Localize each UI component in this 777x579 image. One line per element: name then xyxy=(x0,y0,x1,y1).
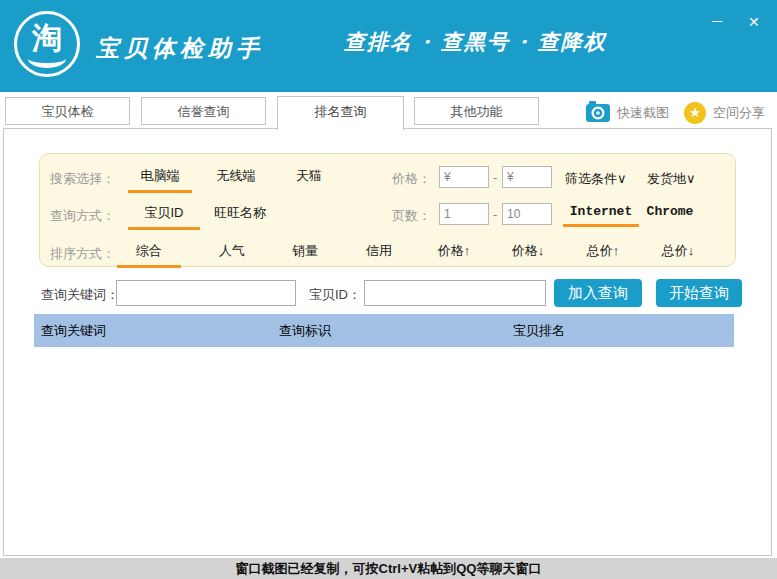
content-area: 搜索选择： 电脑端 无线端 天猫 价格： - 筛选条件∨ 发货地∨ 查询方式： … xyxy=(3,128,772,556)
option-wireless[interactable]: 无线端 xyxy=(204,167,268,190)
item-id-label: 宝贝ID： xyxy=(309,286,361,304)
sort-option-comprehensive[interactable]: 综合 xyxy=(117,242,181,268)
page-from-input[interactable] xyxy=(439,203,489,225)
star-icon: ★ xyxy=(684,102,706,124)
page-range-dash: - xyxy=(493,207,497,222)
column-header-query-mark[interactable]: 查询标识 xyxy=(279,314,331,347)
sort-option-popularity[interactable]: 人气 xyxy=(200,242,264,265)
price-max-input[interactable] xyxy=(502,166,552,188)
close-button[interactable]: ✕ xyxy=(748,15,760,29)
page-to-input[interactable] xyxy=(502,203,552,225)
sort-method-label: 排序方式： xyxy=(50,245,115,263)
price-min-input[interactable] xyxy=(439,166,489,188)
results-table-header: 查询关键词 查询标识 宝贝排名 xyxy=(34,314,734,347)
quick-screenshot-button[interactable]: 快速截图 xyxy=(586,101,669,125)
start-query-button[interactable]: 开始查询 xyxy=(656,279,742,307)
search-select-label: 搜索选择： xyxy=(50,170,115,188)
logo-swoosh-icon xyxy=(28,49,66,68)
app-title: 宝贝体检助手 xyxy=(96,33,264,64)
results-table-body xyxy=(34,347,734,547)
filter-condition-dropdown[interactable]: 筛选条件∨ xyxy=(565,170,627,188)
tab-item-check[interactable]: 宝贝体检 xyxy=(5,97,130,125)
sort-option-credit[interactable]: 信用 xyxy=(347,242,411,265)
app-slogan: 查排名 · 查黑号 · 查降权 xyxy=(344,28,607,56)
filter-panel: 搜索选择： 电脑端 无线端 天猫 价格： - 筛选条件∨ 发货地∨ 查询方式： … xyxy=(39,153,736,267)
option-wangwang-name[interactable]: 旺旺名称 xyxy=(204,204,276,227)
column-header-keyword[interactable]: 查询关键词 xyxy=(41,314,106,347)
app-window: 淘 宝贝体检助手 查排名 · 查黑号 · 查降权 ─ ✕ 宝贝体检 信誉查询 排… xyxy=(0,0,777,579)
sort-option-total-desc[interactable]: 总价↓ xyxy=(646,242,710,265)
query-method-label: 查询方式： xyxy=(50,207,115,225)
price-label: 价格： xyxy=(392,170,431,188)
space-share-button[interactable]: ★ 空间分享 xyxy=(684,101,765,125)
sort-option-sales[interactable]: 销量 xyxy=(273,242,337,265)
option-tmall[interactable]: 天猫 xyxy=(277,167,341,190)
keyword-input[interactable] xyxy=(116,280,296,306)
sort-option-total-asc[interactable]: 总价↑ xyxy=(571,242,635,265)
sort-option-price-desc[interactable]: 价格↓ xyxy=(496,242,560,265)
minimize-button[interactable]: ─ xyxy=(712,14,722,28)
price-range-dash: - xyxy=(493,170,497,185)
tab-other-functions[interactable]: 其他功能 xyxy=(414,97,539,125)
column-header-item-rank[interactable]: 宝贝排名 xyxy=(513,314,565,347)
tab-reputation-query[interactable]: 信誉查询 xyxy=(141,97,266,125)
option-item-id[interactable]: 宝贝ID xyxy=(128,204,200,230)
option-pc[interactable]: 电脑端 xyxy=(128,167,192,193)
shipping-location-dropdown[interactable]: 发货地∨ xyxy=(647,170,696,188)
keyword-label: 查询关键词： xyxy=(41,286,119,304)
option-browser-internet[interactable]: Internet xyxy=(563,204,639,227)
taobao-logo: 淘 xyxy=(14,11,80,77)
camera-icon xyxy=(586,100,610,126)
space-share-label: 空间分享 xyxy=(713,104,765,122)
add-query-button[interactable]: 加入查询 xyxy=(554,279,642,307)
sort-option-price-asc[interactable]: 价格↑ xyxy=(422,242,486,265)
quick-screenshot-label: 快速截图 xyxy=(617,104,669,122)
pages-label: 页数： xyxy=(392,207,431,225)
title-bar: 淘 宝贝体检助手 查排名 · 查黑号 · 查降权 ─ ✕ xyxy=(0,0,777,92)
tab-ranking-query[interactable]: 排名查询 xyxy=(277,96,404,130)
status-bar: 窗口截图已经复制，可按Ctrl+V粘帖到QQ等聊天窗口 xyxy=(0,558,777,579)
option-browser-chrome[interactable]: Chrome xyxy=(640,204,700,224)
item-id-input[interactable] xyxy=(364,280,546,306)
